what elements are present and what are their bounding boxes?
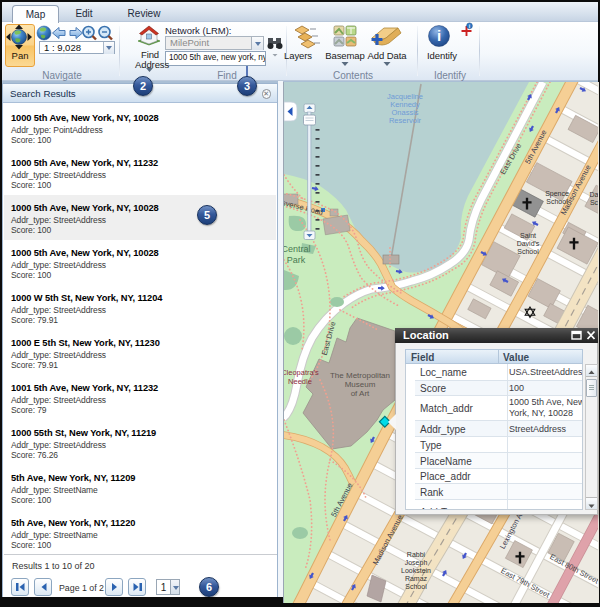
- svg-text:David's: David's: [517, 240, 540, 247]
- svg-text:of Art: of Art: [351, 389, 370, 398]
- svg-text:Museum: Museum: [345, 380, 376, 389]
- svg-text:School: School: [405, 583, 427, 590]
- svg-text:School: School: [517, 248, 539, 255]
- svg-text:i: i: [437, 27, 441, 44]
- svg-text:Saint: Saint: [520, 232, 536, 239]
- svg-text:Central: Central: [284, 244, 311, 254]
- svg-text:i: i: [469, 23, 471, 29]
- svg-text:Needle: Needle: [288, 377, 312, 386]
- svg-text:Sc: Sc: [590, 199, 598, 206]
- svg-text:Reservoir: Reservoir: [389, 116, 422, 125]
- svg-text:Da: Da: [590, 191, 598, 198]
- svg-text:Spence: Spence: [545, 190, 569, 198]
- svg-text:The Metropolitan: The Metropolitan: [330, 371, 390, 380]
- svg-text:Lookstein: Lookstein: [401, 567, 431, 574]
- svg-text:Park: Park: [287, 255, 306, 265]
- svg-text:Cleopatra's: Cleopatra's: [284, 368, 319, 377]
- svg-text:Joseph: Joseph: [405, 559, 428, 567]
- svg-text:Rabbi: Rabbi: [407, 551, 426, 558]
- svg-text:Ramaz: Ramaz: [405, 575, 428, 582]
